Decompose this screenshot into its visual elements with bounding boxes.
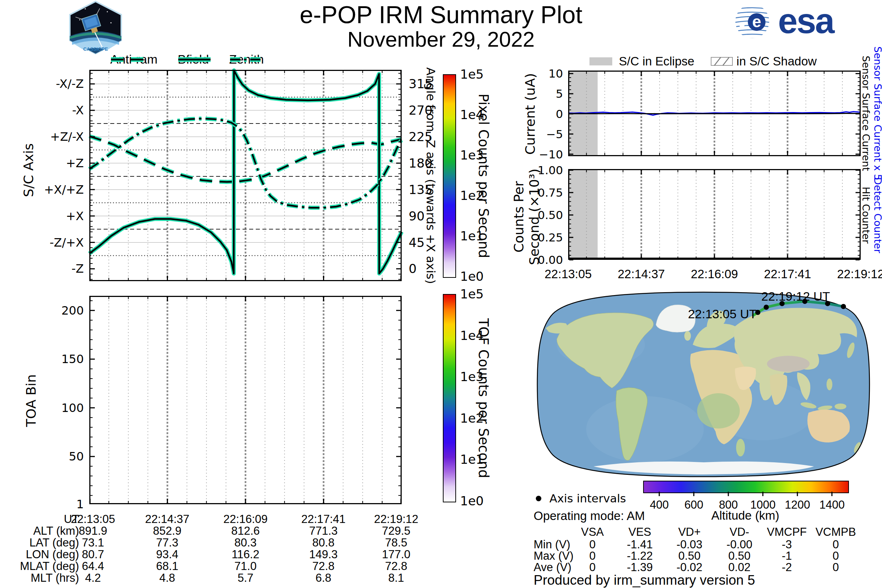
track-start-time-label: 22:13:05 UT	[688, 307, 757, 321]
ephemeris-value: 4.8	[130, 572, 204, 584]
svg-text:e: e	[752, 12, 761, 30]
angle-tick-0: 0	[409, 262, 417, 275]
ephemeris-value: 73.1	[56, 537, 130, 548]
page-date: November 29, 2022	[257, 28, 625, 51]
right-time-tick-22:14:37: 22:14:37	[601, 268, 682, 280]
legend-label-eclipse: S/C in Eclipse	[619, 54, 694, 68]
cassiope-mission-patch: CASSIOPE	[67, 1, 124, 54]
ephemeris-value: 771.3	[286, 525, 360, 537]
axis-intervals-dot	[536, 496, 542, 501]
voltage-value: 0	[804, 550, 867, 561]
ephemeris-value: 68.1	[130, 560, 204, 572]
counters-ylabel-line1: Counts Per	[512, 162, 525, 272]
legend-item-eclipse: S/C in Eclipse	[590, 54, 694, 68]
esa-wordmark: esa	[778, 1, 835, 40]
altitude-tick-1400: 1400	[802, 499, 861, 510]
ephemeris-value: 812.6	[209, 525, 282, 537]
toa-tick-200: 200	[15, 304, 84, 316]
eclipse-swatch	[590, 57, 612, 65]
bfield-line-sample	[177, 56, 212, 64]
eclipse-shadow-legend: S/C in Eclipse IRM in S/C Shadow	[590, 54, 817, 68]
ephemeris-value: 78.5	[359, 537, 433, 548]
counters-right-label-black: Hit Counter	[861, 142, 871, 289]
counters-right-label-blue: Detect Counter	[873, 142, 882, 289]
toa-bin-plot	[89, 296, 402, 504]
ephemeris-value: 22:13:05	[56, 513, 130, 525]
sc-axis-legend: Anti-ram Bfield Zenith	[110, 52, 264, 66]
toa-bin-ylabel: TOA Bin	[25, 360, 38, 441]
altitude-colorbar-label: Altitude (km)	[643, 508, 848, 523]
sc-axis-right-ylabel: Angle from -Z axis (towards +X axis)	[425, 65, 436, 286]
sc-axis-ylabel: S/C Axis	[22, 126, 35, 214]
tof-counts-colorbar-title: TOF Counts per Second	[477, 288, 490, 508]
ephemeris-value: 72.8	[286, 560, 360, 572]
sc-axis-tick--X/-Z: -X/-Z	[15, 78, 84, 90]
legend-item-anti-ram: Anti-ram	[110, 52, 157, 66]
zenith-line-sample	[230, 56, 263, 64]
right-time-tick-22:19:12: 22:19:12	[820, 268, 882, 280]
voltage-value: 0	[804, 561, 867, 573]
page-title: e-POP IRM Summary Plot	[257, 2, 625, 28]
legend-item-shadow: IRM in S/C Shadow	[711, 54, 817, 68]
produced-by-note: Produced by irm_summary version 5	[534, 573, 755, 588]
ephemeris-value: 4.2	[56, 572, 130, 584]
ephemeris-value: 116.2	[209, 549, 282, 560]
altitude-colorbar	[643, 481, 849, 493]
cassiope-label: CASSIOPE	[83, 46, 108, 52]
altitude-tick-marks	[643, 492, 848, 497]
voltage-col-VCMPB: VCMPB	[804, 526, 867, 538]
ephemeris-value: 149.3	[286, 549, 360, 560]
sensor-current-plot	[568, 70, 861, 156]
sc-axis-tick--Z/+X: -Z/+X	[15, 237, 84, 248]
legend-item-bfield: Bfield	[177, 52, 209, 66]
ephemeris-value: 80.8	[286, 537, 360, 548]
angle-tick-45: 45	[409, 236, 424, 249]
ephemeris-value: 852.9	[130, 525, 204, 537]
pixel-counts-colorbar-title: Pixel Counts per Second	[477, 66, 490, 286]
counters-plot	[568, 169, 861, 260]
sc-axis-tick--Z: -Z	[15, 263, 84, 274]
toa-tick-50: 50	[15, 450, 84, 462]
ephemeris-value: 93.4	[130, 549, 204, 560]
world-map: 22:13:05 UT 22:19:12 UT	[535, 290, 872, 479]
tof-counts-colorbar	[443, 294, 456, 502]
ephemeris-value: 77.3	[130, 537, 204, 548]
sc-axis-plot	[89, 70, 402, 281]
counters-ylabel-line2: Second (×10³)	[528, 162, 541, 272]
esa-logo: e esa	[733, 3, 847, 40]
ephemeris-value: 80.7	[56, 549, 130, 560]
right-time-tick-22:13:05: 22:13:05	[528, 268, 609, 280]
ephemeris-value: 22:16:09	[209, 513, 282, 525]
toa-tick-1: 1	[15, 498, 84, 510]
anti-ram-line-sample	[110, 56, 144, 64]
operating-mode: Operating mode: AM	[534, 509, 645, 523]
current-ylabel: Current (uA)	[524, 59, 537, 169]
angle-tick-90: 90	[409, 210, 424, 222]
axis-intervals-legend: Axis intervals	[536, 492, 626, 505]
voltage-value: 0	[804, 539, 867, 550]
axis-intervals-label: Axis intervals	[549, 492, 626, 505]
ephemeris-value: 891.9	[56, 525, 130, 537]
pixel-counts-colorbar	[443, 74, 456, 278]
ephemeris-value: 22:17:41	[286, 513, 360, 525]
sc-axis-tick--X: -X	[15, 104, 84, 116]
right-time-tick-22:17:41: 22:17:41	[747, 268, 828, 280]
ephemeris-value: 5.7	[209, 572, 282, 584]
right-time-tick-22:16:09: 22:16:09	[674, 268, 755, 280]
ephemeris-value: 22:19:12	[359, 513, 433, 525]
ephemeris-value: 64.4	[56, 560, 130, 572]
ephemeris-value: 22:14:37	[130, 513, 204, 525]
ephemeris-value: 80.3	[209, 537, 282, 548]
ephemeris-value: 72.8	[359, 560, 433, 572]
ephemeris-value: 71.0	[209, 560, 282, 572]
legend-item-zenith: Zenith	[230, 52, 264, 66]
ephemeris-value: 6.8	[286, 572, 360, 584]
ephemeris-value: 177.0	[359, 549, 433, 560]
ephemeris-value: 729.5	[359, 525, 433, 537]
page-title-block: e-POP IRM Summary Plot November 29, 2022	[257, 2, 625, 51]
ephemeris-value: 8.1	[359, 572, 433, 584]
track-end-time-label: 22:19:12 UT	[761, 289, 830, 303]
hatch-swatch	[711, 57, 733, 66]
